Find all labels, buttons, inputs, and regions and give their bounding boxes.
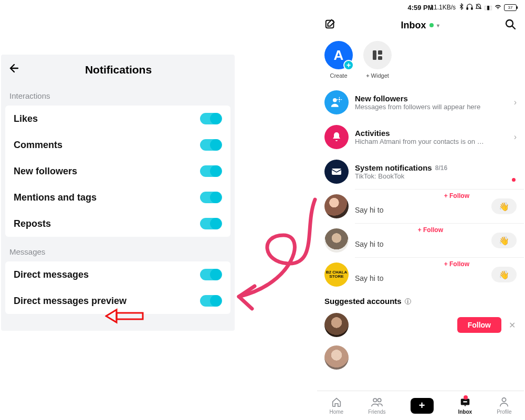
signal-icon: ▯▮▯ bbox=[484, 4, 492, 11]
curvy-arrow-icon bbox=[226, 194, 331, 315]
follow-link[interactable]: + Follow bbox=[444, 192, 469, 200]
info-icon[interactable]: i bbox=[405, 298, 411, 304]
svg-rect-2 bbox=[467, 7, 468, 9]
wifi-icon bbox=[494, 4, 502, 12]
avatar bbox=[324, 345, 349, 370]
section-label-interactions: Interactions bbox=[1, 87, 235, 103]
svg-point-13 bbox=[377, 398, 381, 402]
row-reposts[interactable]: Reposts bbox=[5, 211, 230, 237]
toggle-mentions[interactable] bbox=[200, 192, 222, 203]
svg-rect-3 bbox=[471, 7, 472, 9]
notifications-settings-panel: Notifications Interactions Likes Comment… bbox=[1, 55, 235, 331]
dismiss-button[interactable]: ✕ bbox=[508, 320, 517, 330]
row-direct-messages[interactable]: Direct messages bbox=[5, 261, 230, 288]
section-label-messages: Messages bbox=[1, 243, 235, 259]
toggle-likes[interactable] bbox=[200, 113, 222, 124]
battery-icon: 37 bbox=[504, 4, 517, 11]
wave-button[interactable]: 👋 bbox=[491, 198, 517, 214]
svg-point-16 bbox=[502, 398, 506, 402]
avatar bbox=[324, 313, 349, 337]
inbox-new-followers[interactable]: New followers Messages from followers wi… bbox=[317, 85, 524, 120]
dm-suggestion-row[interactable]: B2 CHALASTORE + FollowSay hi to 👋 bbox=[317, 258, 524, 291]
svg-rect-15 bbox=[463, 401, 467, 402]
svg-point-5 bbox=[506, 20, 513, 27]
home-icon bbox=[331, 396, 342, 408]
chevron-right-icon: › bbox=[514, 98, 517, 107]
svg-point-12 bbox=[373, 398, 376, 402]
wave-button[interactable]: 👋 bbox=[491, 267, 517, 282]
tab-post[interactable]: + bbox=[411, 398, 434, 414]
suggested-account-row[interactable]: ✕ bbox=[317, 341, 524, 374]
toggle-dm-preview[interactable] bbox=[200, 295, 222, 307]
back-arrow-icon[interactable] bbox=[8, 62, 21, 78]
envelope-icon bbox=[324, 160, 349, 184]
dm-suggestion-row[interactable]: + FollowSay hi to 👋 bbox=[317, 224, 524, 257]
callout-arrow-icon bbox=[105, 308, 147, 324]
bluetooth-icon bbox=[459, 3, 464, 12]
quick-widget[interactable]: + Widget bbox=[363, 41, 392, 79]
row-new-followers[interactable]: New followers bbox=[5, 158, 230, 184]
plus-badge-icon: + bbox=[343, 60, 354, 70]
dm-suggestion-row[interactable]: + FollowSay hi to 👋 bbox=[317, 190, 524, 223]
svg-rect-11 bbox=[332, 169, 341, 175]
bell-icon bbox=[324, 125, 349, 149]
online-dot-icon bbox=[429, 23, 434, 27]
svg-rect-8 bbox=[378, 56, 382, 60]
page-title: Notifications bbox=[21, 64, 216, 76]
svg-rect-0 bbox=[117, 313, 143, 319]
follow-button[interactable]: Follow bbox=[457, 317, 501, 333]
inbox-activities[interactable]: Activities Hicham Atmani from your conta… bbox=[317, 120, 524, 154]
inbox-title[interactable]: Inbox ▾ bbox=[401, 20, 439, 31]
follow-link[interactable]: + Follow bbox=[418, 226, 443, 234]
svg-marker-1 bbox=[106, 310, 117, 322]
widget-icon bbox=[363, 41, 392, 69]
avatar bbox=[324, 194, 349, 218]
toggle-new-followers[interactable] bbox=[200, 165, 222, 177]
chevron-down-icon: ▾ bbox=[437, 23, 439, 28]
follow-link[interactable]: + Follow bbox=[444, 260, 469, 268]
tab-friends[interactable]: Friends bbox=[368, 396, 385, 415]
chevron-right-icon: › bbox=[514, 132, 517, 142]
tab-home[interactable]: Home bbox=[329, 396, 343, 415]
fade-overlay bbox=[317, 375, 524, 391]
avatar-create: A + bbox=[324, 41, 353, 69]
row-likes[interactable]: Likes bbox=[5, 106, 230, 132]
inbox-system[interactable]: System notifications 8/16 TikTok: BookTo… bbox=[317, 154, 524, 189]
status-bar: 4:59 PM 11.1KB/s ▯▮▯ 37 bbox=[317, 0, 524, 13]
compose-icon[interactable] bbox=[324, 18, 336, 32]
interactions-card: Likes Comments New followers Mentions an… bbox=[5, 106, 230, 237]
status-time: 4:59 PM bbox=[407, 4, 433, 12]
quick-create[interactable]: A + Create bbox=[324, 41, 353, 79]
wave-button[interactable]: 👋 bbox=[491, 233, 517, 248]
row-comments[interactable]: Comments bbox=[5, 132, 230, 158]
svg-rect-6 bbox=[373, 50, 376, 60]
suggested-heading: Suggested accounts i bbox=[317, 291, 524, 309]
headphone-icon bbox=[466, 3, 473, 12]
avatar: B2 CHALASTORE bbox=[324, 262, 349, 287]
friends-icon bbox=[371, 396, 383, 408]
row-mentions[interactable]: Mentions and tags bbox=[5, 184, 230, 211]
inbox-panel: 4:59 PM 11.1KB/s ▯▮▯ 37 Inbox ▾ bbox=[317, 0, 524, 420]
tab-profile[interactable]: Profile bbox=[497, 396, 511, 415]
toggle-comments[interactable] bbox=[200, 139, 222, 151]
svg-rect-7 bbox=[378, 50, 382, 55]
toggle-reposts[interactable] bbox=[200, 218, 222, 229]
suggested-account-row[interactable]: Follow ✕ bbox=[317, 309, 524, 341]
toggle-direct-messages[interactable] bbox=[200, 269, 222, 280]
tab-inbox[interactable]: Inbox bbox=[458, 396, 472, 415]
svg-point-9 bbox=[333, 98, 337, 102]
unread-dot-icon bbox=[512, 178, 516, 182]
status-net: 11.1KB/s bbox=[430, 4, 456, 11]
plus-icon: + bbox=[411, 398, 434, 414]
dnd-icon bbox=[475, 3, 482, 12]
search-icon[interactable] bbox=[504, 18, 517, 33]
svg-point-10 bbox=[339, 99, 340, 100]
avatar bbox=[324, 228, 349, 253]
tab-bar: Home Friends + Inbox Profile bbox=[317, 391, 524, 420]
followers-icon bbox=[324, 90, 349, 114]
messages-card: Direct messages Direct messages preview bbox=[5, 261, 230, 314]
profile-icon bbox=[499, 396, 509, 408]
